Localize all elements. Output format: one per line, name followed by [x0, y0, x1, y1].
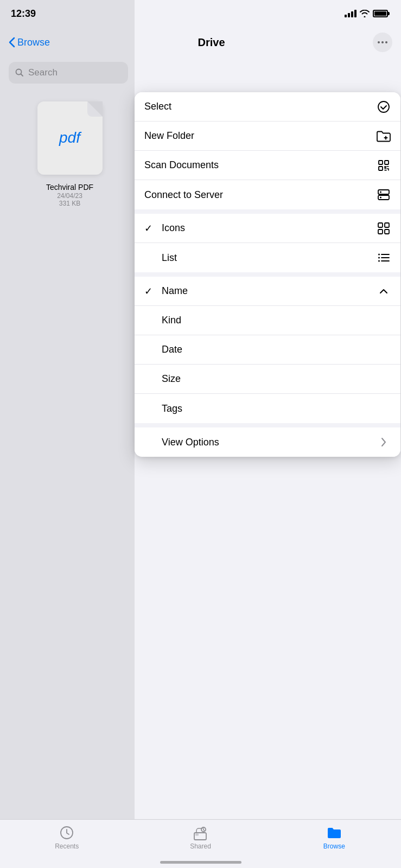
more-dots-icon [378, 41, 387, 43]
circle-check-icon [377, 100, 391, 113]
sort-name-label: Name [162, 285, 188, 297]
svg-rect-2 [379, 161, 383, 164]
menu-item-select-label: Select [144, 101, 171, 112]
file-size-techviral: 331 KB [59, 200, 80, 207]
search-bar[interactable]: Search [9, 62, 128, 84]
menu-item-scan-documents[interactable]: Scan Documents [135, 151, 400, 180]
back-label: Browse [17, 37, 50, 48]
file-item-techviral-pdf[interactable]: pdf Techviral PDF 24/04/23 331 KB [9, 98, 131, 209]
nav-header: Browse Drive [0, 27, 401, 58]
svg-point-16 [378, 254, 380, 256]
svg-point-7 [380, 192, 381, 193]
status-bar: 12:39 [0, 0, 401, 27]
view-options-label: View Options [162, 437, 219, 448]
menu-item-sort-tags[interactable]: ✓ Tags [135, 394, 400, 423]
file-date-techviral: 24/04/23 [57, 192, 82, 200]
search-placeholder: Search [28, 67, 58, 78]
sort-date-label: Date [162, 344, 182, 355]
svg-rect-3 [385, 161, 389, 164]
menu-item-select[interactable]: Select [135, 92, 400, 122]
file-name-techviral: Techviral PDF [46, 182, 93, 192]
menu-item-sort-size[interactable]: ✓ Size [135, 365, 400, 394]
list-icon [377, 252, 391, 264]
search-container: Search [0, 58, 401, 89]
menu-separator-3 [135, 423, 400, 427]
status-time: 12:39 [11, 8, 36, 20]
chevron-up-icon [377, 286, 391, 296]
recents-icon [59, 825, 74, 840]
tab-recents-label: Recents [55, 843, 79, 850]
scan-icon [377, 159, 391, 172]
view-options-left: ✓ View Options [144, 436, 219, 448]
menu-item-icons-left: ✓ Icons [144, 222, 185, 234]
server-icon [377, 188, 391, 201]
pdf-icon-wrap: pdf [30, 98, 110, 178]
menu-item-connect-label: Connect to Server [144, 189, 223, 201]
menu-separator-1 [135, 209, 400, 214]
menu-item-list-label: List [162, 252, 177, 264]
svg-rect-4 [379, 167, 383, 170]
browse-icon [327, 825, 342, 840]
chevron-right-icon [377, 437, 391, 447]
wifi-icon [360, 10, 370, 17]
menu-separator-2 [135, 272, 400, 277]
page-title: Drive [198, 36, 225, 49]
menu-item-scan-label: Scan Documents [144, 159, 219, 171]
menu-item-list[interactable]: ✓ List [135, 243, 400, 272]
menu-item-connect-server[interactable]: Connect to Server [135, 180, 400, 209]
signal-bars-icon [345, 10, 357, 17]
svg-rect-10 [385, 223, 389, 227]
menu-item-sort-date[interactable]: ✓ Date [135, 335, 400, 365]
sort-tags-left: ✓ Tags [144, 403, 182, 414]
pdf-file-icon: pdf [37, 101, 103, 175]
menu-item-sort-kind[interactable]: ✓ Kind [135, 306, 400, 335]
svg-point-8 [380, 197, 381, 199]
sort-tags-label: Tags [162, 403, 182, 414]
tab-shared[interactable]: Shared [179, 825, 222, 850]
svg-rect-11 [378, 229, 383, 234]
tab-shared-label: Shared [190, 843, 211, 850]
shared-icon [193, 825, 208, 840]
more-options-button[interactable] [373, 33, 392, 52]
tab-browse[interactable]: Browse [313, 825, 356, 850]
menu-item-new-folder-label: New Folder [144, 130, 194, 142]
svg-point-1 [378, 101, 389, 112]
sort-kind-left: ✓ Kind [144, 315, 181, 327]
sort-date-left: ✓ Date [144, 344, 182, 356]
battery-icon [373, 10, 388, 17]
menu-item-view-options[interactable]: ✓ View Options [135, 427, 400, 457]
svg-point-18 [378, 260, 380, 262]
svg-rect-9 [378, 223, 383, 227]
tab-browse-label: Browse [323, 843, 345, 850]
menu-item-icons[interactable]: ✓ Icons [135, 214, 400, 243]
context-menu: Select New Folder Scan Documents [135, 92, 400, 457]
menu-item-list-left: ✓ List [144, 252, 177, 264]
sort-name-left: ✓ Name [144, 285, 188, 297]
svg-point-17 [378, 257, 380, 259]
folder-plus-icon [377, 130, 391, 142]
back-button[interactable]: Browse [9, 37, 50, 48]
tab-recents[interactable]: Recents [45, 825, 88, 850]
name-check: ✓ [144, 285, 155, 297]
sort-size-left: ✓ Size [144, 373, 181, 385]
sort-kind-label: Kind [162, 315, 181, 326]
menu-item-sort-name[interactable]: ✓ Name [135, 277, 400, 306]
sort-size-label: Size [162, 373, 181, 385]
home-indicator [160, 861, 241, 864]
menu-item-icons-label: Icons [162, 222, 185, 234]
back-chevron-icon [9, 37, 15, 48]
pdf-label: pdf [59, 129, 80, 146]
menu-item-new-folder[interactable]: New Folder [135, 122, 400, 151]
svg-rect-12 [385, 229, 389, 234]
grid-icon [377, 222, 391, 234]
icons-check: ✓ [144, 222, 155, 234]
search-icon [15, 68, 24, 77]
status-icons [345, 10, 388, 17]
